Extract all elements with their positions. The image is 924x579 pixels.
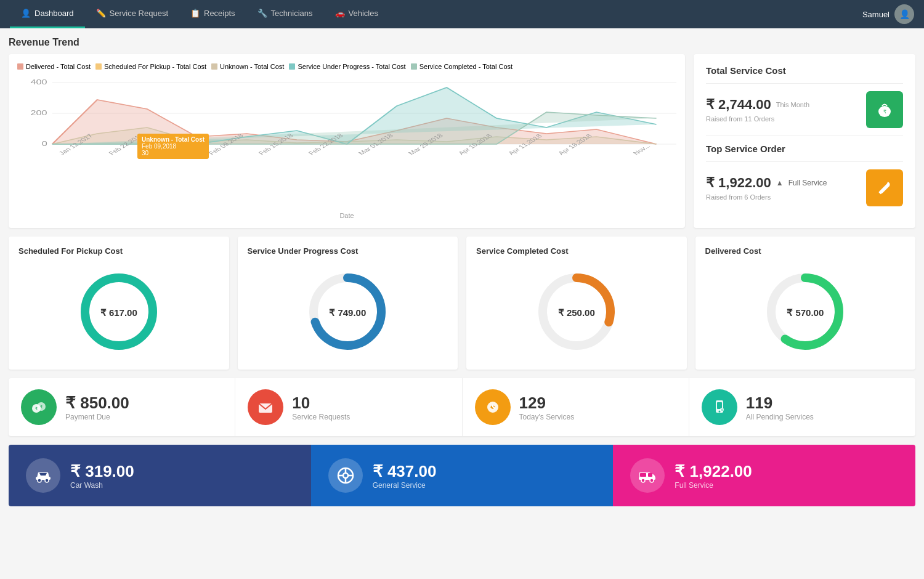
donut-wrapper-under-progress: ₹ 749.00 (248, 265, 448, 360)
steering-wheel-icon (336, 466, 355, 485)
banner-row: ₹ 319.00 Car Wash ₹ 437.00 General Servi… (9, 445, 915, 506)
donut-value-under-progress: ₹ 749.00 (329, 307, 366, 318)
donut-wrapper-scheduled: ₹ 617.00 (18, 265, 219, 360)
metric-service-requests-text: 10 Service Requests (292, 394, 350, 421)
svg-rect-58 (640, 473, 646, 477)
svg-text:400: 400 (31, 79, 47, 86)
page-title: Revenue Trend (9, 37, 915, 48)
donut-card-completed: Service Completed Cost ₹ 250.00 (466, 237, 687, 370)
legend-completed: Service Completed - Total Cost (411, 63, 513, 70)
donut-value-scheduled: ₹ 617.00 (100, 307, 137, 318)
svg-point-57 (650, 479, 654, 482)
banner-car-wash[interactable]: ₹ 319.00 Car Wash (9, 445, 311, 506)
banner-full-service[interactable]: ₹ 1,922.00 Full Service (613, 445, 915, 506)
top-service-order-sub: Raised from 6 Orders (706, 193, 827, 201)
banner-general-service-text: ₹ 437.00 General Service (373, 462, 437, 490)
top-service-order-type: Full Service (788, 179, 827, 187)
metric-payment-due-value: ₹ 850.00 (65, 394, 129, 413)
envelope-icon (257, 399, 274, 416)
donut-value-delivered: ₹ 570.00 (787, 307, 824, 318)
donut-card-under-progress: Service Under Progress Cost ₹ 749.00 (238, 237, 458, 370)
user-name: Samuel (862, 10, 890, 19)
total-service-cost-section: ₹ 2,744.00 This Month Raised from 11 Ord… (706, 84, 903, 136)
nav-item-technicians[interactable]: 🔧 Technicians (246, 0, 324, 28)
general-service-icon-circle (328, 458, 363, 493)
banner-full-service-label: Full Service (675, 481, 752, 490)
donut-wrapper-delivered: ₹ 570.00 (705, 265, 906, 360)
nav-item-service-request[interactable]: ✏️ Service Request (85, 0, 179, 28)
total-service-cost-sub: Raised from 11 Orders (706, 115, 809, 123)
svg-point-56 (641, 479, 645, 482)
nav-item-dashboard[interactable]: 👤 Dashboard (10, 0, 85, 28)
legend-dot-unknown (211, 63, 217, 70)
money-bag-icon: ₹ (875, 100, 894, 119)
banner-full-service-text: ₹ 1,922.00 Full Service (675, 462, 752, 490)
legend-scheduled: Scheduled For Pickup - Total Cost (95, 63, 206, 70)
svg-rect-59 (648, 473, 652, 477)
chart-legend: Delivered - Total Cost Scheduled For Pic… (17, 63, 676, 70)
payment-due-icon: ₹ ₹ (21, 389, 57, 425)
donut-container-completed: ₹ 250.00 (530, 265, 623, 360)
coins-icon: ₹ ₹ (30, 399, 47, 416)
nav-label-service-request: Service Request (110, 9, 168, 18)
metric-pending-services-value: 119 (746, 394, 814, 413)
service-requests-icon (248, 389, 283, 425)
nav-item-receipts[interactable]: 📋 Receipts (179, 0, 246, 28)
top-service-order-section: ₹ 1,922.00 ▲ Full Service Raised from 6 … (706, 162, 903, 214)
legend-under-progress: Service Under Progress - Total Cost (289, 63, 405, 70)
top-service-order-label: Top Service Order (706, 136, 903, 162)
svg-text:200: 200 (31, 110, 47, 116)
legend-label-completed: Service Completed - Total Cost (419, 63, 513, 70)
banner-car-wash-label: Car Wash (70, 481, 134, 490)
donut-title-delivered: Delivered Cost (705, 246, 761, 256)
nav-item-vehicles[interactable]: 🚗 Vehicles (324, 0, 389, 28)
donut-title-completed: Service Completed Cost (476, 246, 569, 256)
metric-service-requests-value: 10 (292, 394, 350, 413)
full-service-icon-circle (630, 458, 665, 493)
nav-user: Samuel 👤 (862, 4, 914, 24)
metric-todays-services-value: 129 (519, 394, 575, 413)
metric-payment-due-text: ₹ 850.00 Payment Due (65, 394, 129, 421)
legend-dot-completed (411, 63, 417, 70)
metric-pending-services: ⚙ 119 All Pending Services (689, 378, 915, 436)
legend-delivered: Delivered - Total Cost (17, 63, 91, 70)
top-row: Delivered - Total Cost Scheduled For Pic… (9, 54, 915, 228)
technicians-icon: 🔧 (257, 9, 267, 18)
donut-container-under-progress: ₹ 749.00 (301, 265, 394, 360)
van-icon (638, 466, 657, 485)
top-order-badge (866, 169, 903, 206)
dashboard-icon: 👤 (21, 9, 31, 18)
nav-items: 👤 Dashboard ✏️ Service Request 📋 Receipt… (10, 0, 862, 28)
legend-label-delivered: Delivered - Total Cost (26, 63, 91, 70)
total-cost-badge: ₹ (866, 91, 903, 128)
donut-title-under-progress: Service Under Progress Cost (248, 246, 359, 256)
wrench-icon (875, 179, 894, 197)
svg-point-47 (38, 479, 41, 482)
legend-label-under-progress: Service Under Progress - Total Cost (298, 63, 405, 70)
vehicles-icon: 🚗 (335, 9, 345, 18)
banner-car-wash-value: ₹ 319.00 (70, 462, 134, 481)
donut-card-delivered: Delivered Cost ₹ 570.00 (695, 237, 916, 370)
legend-label-unknown: Unknown - Total Cost (220, 63, 284, 70)
metric-row: ₹ ₹ ₹ 850.00 Payment Due 10 Service Requ… (9, 378, 915, 436)
revenue-chart: 400 200 0 (17, 75, 676, 211)
receipts-icon: 📋 (190, 9, 200, 18)
svg-text:0: 0 (42, 140, 47, 147)
svg-point-50 (343, 473, 348, 478)
metric-service-requests-label: Service Requests (292, 413, 350, 421)
metric-payment-due: ₹ ₹ ₹ 850.00 Payment Due (9, 378, 235, 436)
avatar[interactable]: 👤 (894, 4, 914, 24)
legend-unknown: Unknown - Total Cost (211, 63, 284, 70)
banner-general-service[interactable]: ₹ 437.00 General Service (311, 445, 614, 506)
nav-label-technicians: Technicians (271, 9, 313, 18)
nav-label-vehicles: Vehicles (349, 9, 378, 18)
car-wash-icon-circle (26, 458, 60, 493)
banner-general-service-label: General Service (373, 481, 437, 490)
banner-general-service-value: ₹ 437.00 (373, 462, 437, 481)
banner-full-service-value: ₹ 1,922.00 (675, 462, 752, 481)
donut-container-delivered: ₹ 570.00 (759, 265, 851, 360)
legend-dot-scheduled (95, 63, 102, 70)
svg-text:Nov...: Nov... (631, 143, 652, 156)
donut-card-scheduled: Scheduled For Pickup Cost ₹ 617.00 (9, 237, 229, 370)
pending-services-icon: ⚙ (702, 389, 737, 425)
